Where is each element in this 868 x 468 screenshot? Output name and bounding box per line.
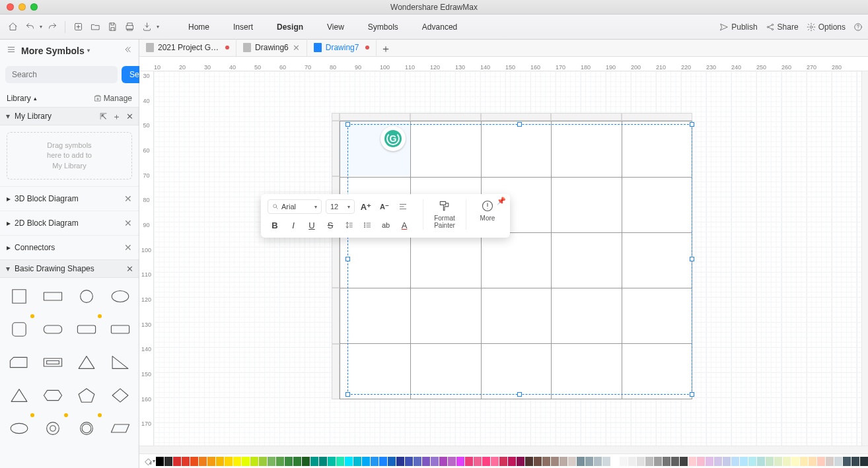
line-spacing-icon[interactable] — [342, 218, 356, 232]
color-swatch[interactable] — [620, 457, 628, 466]
color-swatch[interactable] — [654, 457, 662, 466]
strike-icon[interactable]: S — [323, 218, 338, 232]
color-swatch[interactable] — [371, 457, 379, 466]
color-swatch[interactable] — [319, 457, 327, 466]
resize-handle-n[interactable] — [517, 122, 522, 127]
shape-rounded-rect[interactable] — [39, 316, 66, 343]
color-swatch[interactable] — [499, 457, 507, 466]
color-swatch[interactable] — [783, 457, 791, 466]
undo-icon[interactable] — [22, 20, 37, 34]
color-swatch[interactable] — [414, 457, 421, 466]
color-swatch[interactable] — [182, 457, 190, 466]
shape-triangle[interactable] — [73, 349, 100, 376]
font-increase-icon[interactable]: A⁺ — [359, 199, 373, 214]
shape-pentagon[interactable] — [73, 382, 100, 409]
color-swatch[interactable] — [542, 457, 550, 466]
color-swatch[interactable] — [834, 457, 842, 466]
shape-diamond[interactable] — [106, 382, 133, 409]
sidebar-collapse-icon[interactable] — [123, 45, 132, 56]
color-swatch[interactable] — [534, 457, 542, 466]
color-swatch[interactable] — [851, 457, 859, 466]
color-swatch[interactable] — [723, 457, 731, 466]
fill-bucket-icon[interactable]: ▾ — [143, 457, 155, 466]
shape-inner-rect[interactable] — [39, 349, 66, 376]
menu-view[interactable]: View — [327, 22, 344, 32]
section-my-library[interactable]: ▾ My Library ⇱ ＋ ✕ — [0, 107, 139, 125]
color-swatch[interactable] — [259, 457, 267, 466]
shape-hexagon[interactable] — [39, 382, 66, 409]
shape-rounded-rect-3[interactable] — [106, 316, 133, 343]
italic-icon[interactable]: I — [286, 218, 301, 232]
color-swatch[interactable] — [663, 457, 670, 466]
mylib-export-icon[interactable]: ⇱ — [100, 112, 107, 121]
tab-add-button[interactable]: ＋ — [377, 42, 395, 56]
color-swatch[interactable] — [714, 457, 722, 466]
color-swatch[interactable] — [688, 457, 696, 466]
color-swatch[interactable] — [199, 457, 207, 466]
pin-icon[interactable]: 📌 — [497, 197, 506, 205]
table-select-all-corner[interactable] — [332, 113, 340, 121]
resize-handle-e[interactable] — [690, 257, 694, 261]
color-swatch[interactable] — [560, 457, 567, 466]
resize-handle-ne[interactable] — [690, 122, 694, 127]
shape-circle[interactable] — [73, 283, 100, 310]
resize-handle-sw[interactable] — [345, 392, 350, 397]
color-swatch[interactable] — [362, 457, 370, 466]
shape-parallelogram[interactable] — [106, 415, 133, 442]
shape-rectangle[interactable] — [39, 283, 66, 310]
color-swatch[interactable] — [705, 457, 713, 466]
color-swatch[interactable] — [860, 457, 868, 466]
color-swatch[interactable] — [474, 457, 482, 466]
tab-drawing7[interactable]: Drawing7 — [307, 39, 377, 56]
color-swatch[interactable] — [680, 457, 688, 466]
color-swatch[interactable] — [439, 457, 447, 466]
color-swatch[interactable] — [517, 457, 524, 466]
color-swatch[interactable] — [465, 457, 473, 466]
shape-square[interactable] — [5, 283, 32, 310]
table-row-headers[interactable] — [332, 121, 340, 399]
resize-handle-s[interactable] — [517, 392, 522, 397]
menu-advanced[interactable]: Advanced — [422, 22, 457, 32]
shape-donut[interactable] — [39, 415, 66, 442]
section-close-icon[interactable]: ✕ — [124, 242, 132, 253]
color-swatch[interactable] — [268, 457, 275, 466]
shape-rounded-square[interactable] — [5, 316, 32, 343]
color-swatch[interactable] — [628, 457, 636, 466]
section-close-icon[interactable]: ✕ — [124, 193, 132, 204]
color-swatch[interactable] — [637, 457, 645, 466]
redo-icon[interactable] — [45, 20, 59, 34]
menu-symbols[interactable]: Symbols — [368, 22, 398, 32]
library-label[interactable]: Library — [7, 94, 31, 103]
color-swatch[interactable] — [525, 457, 533, 466]
color-swatch[interactable] — [508, 457, 516, 466]
color-swatch[interactable] — [809, 457, 816, 466]
color-swatch[interactable] — [585, 457, 593, 466]
color-swatch[interactable] — [577, 457, 585, 466]
section-2d-block[interactable]: ▸ 2D Block Diagram ✕ — [0, 211, 139, 235]
color-swatch[interactable] — [285, 457, 293, 466]
color-swatch[interactable] — [748, 457, 756, 466]
shape-snip-corner[interactable] — [5, 349, 32, 376]
share-button[interactable]: Share — [766, 22, 799, 32]
color-swatch[interactable] — [353, 457, 361, 466]
color-swatch[interactable] — [757, 457, 765, 466]
resize-handle-nw[interactable] — [345, 122, 350, 127]
color-swatch[interactable] — [250, 457, 258, 466]
tab-drawing6[interactable]: Drawing6 ✕ — [236, 39, 307, 56]
color-swatch[interactable] — [843, 457, 851, 466]
color-swatch[interactable] — [396, 457, 404, 466]
color-swatch[interactable] — [645, 457, 653, 466]
text-case-icon[interactable]: ab — [379, 218, 393, 232]
color-swatch[interactable] — [491, 457, 499, 466]
color-swatch[interactable] — [740, 457, 748, 466]
color-swatch[interactable] — [791, 457, 799, 466]
section-close-icon[interactable]: ✕ — [124, 218, 132, 228]
shape-rounded-rect-2[interactable] — [73, 316, 100, 343]
color-swatch[interactable] — [310, 457, 318, 466]
color-swatch[interactable] — [345, 457, 353, 466]
color-swatch[interactable] — [800, 457, 808, 466]
color-swatch[interactable] — [233, 457, 241, 466]
mylib-add-icon[interactable]: ＋ — [112, 112, 121, 121]
resize-handle-se[interactable] — [690, 392, 694, 397]
section-basic-shapes[interactable]: ▾ Basic Drawing Shapes ✕ — [0, 259, 139, 278]
